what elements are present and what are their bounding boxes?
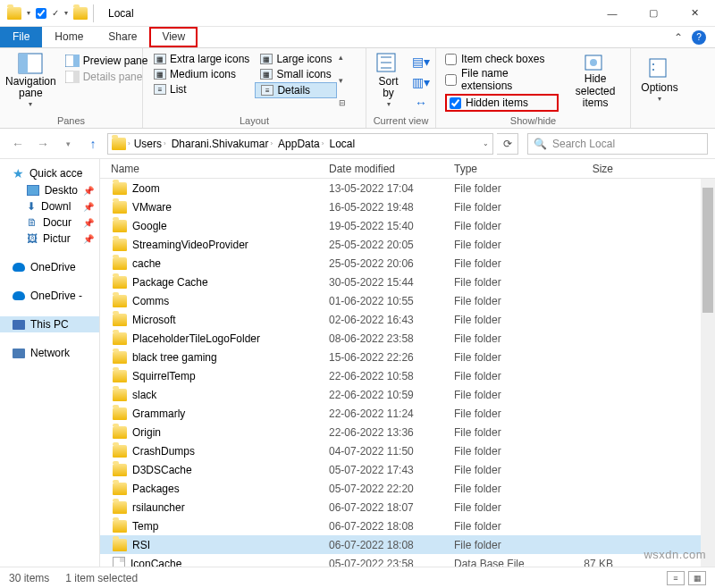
file-type: File folder (454, 295, 559, 307)
collapse-ribbon-icon[interactable]: ⌃ (674, 31, 683, 44)
scroll-thumb[interactable] (702, 188, 713, 313)
preview-pane-button[interactable]: Preview pane (62, 54, 152, 68)
folder-icon (113, 351, 127, 364)
sidebar-onedrive[interactable]: OneDrive (0, 259, 99, 275)
table-row[interactable]: PlaceholderTileLogoFolder08-06-2022 23:5… (100, 329, 715, 348)
crumb-user[interactable]: Dharani.Shivakumar› (170, 138, 274, 150)
folder-icon (113, 501, 127, 514)
file-type: File folder (454, 220, 559, 232)
breadcrumb[interactable]: › Users› Dharani.Shivakumar› AppData› Lo… (107, 133, 493, 155)
layout-details[interactable]: ≡Details (255, 82, 337, 98)
file-type: File folder (454, 314, 559, 326)
table-row[interactable]: slack22-06-2022 10:59File folder (100, 385, 715, 404)
file-name: slack (132, 389, 156, 401)
table-row[interactable]: cache25-05-2022 20:06File folder (100, 254, 715, 273)
search-box[interactable]: 🔍 Search Local (527, 133, 708, 155)
app-icon (7, 7, 21, 20)
table-row[interactable]: rsilauncher06-07-2022 18:07File folder (100, 498, 715, 517)
layout-list[interactable]: ≡List (148, 82, 255, 97)
desktop-icon (27, 185, 39, 196)
details-pane-button[interactable]: Details pane (62, 70, 152, 84)
tab-view[interactable]: View (149, 27, 198, 47)
sidebar-desktop[interactable]: Deskto📌 (0, 182, 99, 198)
file-type: File folder (454, 464, 559, 476)
table-row[interactable]: Google19-05-2022 15:40File folder (100, 216, 715, 235)
maximize-button[interactable]: ▢ (633, 0, 674, 27)
close-button[interactable]: ✕ (674, 0, 715, 27)
add-columns-button[interactable]: ▥▾ (410, 74, 432, 91)
table-row[interactable]: Zoom13-05-2022 17:04File folder (100, 179, 715, 197)
address-dropdown-icon[interactable]: ⌄ (483, 139, 489, 147)
file-name-extensions[interactable]: File name extensions (445, 67, 559, 92)
details-view-button[interactable]: ≡ (667, 571, 685, 585)
crumb-local[interactable]: Local (327, 138, 357, 150)
sidebar-network[interactable]: Network (0, 345, 99, 361)
header-name[interactable]: Name (100, 163, 329, 175)
layout-scroll-up[interactable]: ▴ (339, 54, 346, 62)
layout-extra-large[interactable]: ▦Extra large icons (148, 52, 255, 66)
recent-locations[interactable]: ▾ (57, 133, 79, 155)
sidebar-this-pc[interactable]: This PC (0, 316, 99, 332)
forward-button[interactable]: → (32, 133, 54, 155)
table-row[interactable]: Origin22-06-2022 13:36File folder (100, 423, 715, 441)
header-type[interactable]: Type (454, 163, 559, 175)
group-by-button[interactable]: ▤▾ (410, 54, 432, 71)
tab-share[interactable]: Share (96, 27, 149, 47)
refresh-button[interactable]: ⟳ (497, 133, 518, 155)
minimize-button[interactable]: — (592, 0, 633, 27)
sort-by-button[interactable]: Sort by ▾ (370, 50, 407, 111)
file-date: 06-07-2022 18:08 (329, 520, 454, 533)
table-row[interactable]: Package Cache30-05-2022 15:44File folder (100, 273, 715, 291)
sidebar-onedrive-2[interactable]: OneDrive - (0, 288, 99, 304)
layout-expand[interactable]: ⊟ (339, 99, 346, 107)
sm-icon: ▦ (260, 69, 273, 80)
folder-icon (113, 314, 127, 326)
file-type: Data Base File (454, 558, 559, 567)
table-row[interactable]: RSI06-07-2022 18:08File folder (100, 535, 715, 554)
up-button[interactable]: ↑ (82, 133, 104, 155)
table-row[interactable]: CrashDumps04-07-2022 11:50File folder (100, 441, 715, 460)
table-row[interactable]: Microsoft02-06-2022 16:43File folder (100, 310, 715, 329)
file-type: File folder (454, 483, 559, 495)
thumbnails-view-button[interactable]: ▦ (688, 571, 706, 585)
sidebar-downloads[interactable]: ⬇Downl📌 (0, 198, 99, 214)
help-icon[interactable]: ? (692, 30, 706, 45)
crumb-appdata[interactable]: AppData› (276, 138, 325, 150)
layout-small[interactable]: ▦Small icons (255, 67, 337, 81)
layout-large[interactable]: ▦Large icons (255, 52, 337, 66)
table-row[interactable]: VMware16-05-2022 19:48File folder (100, 197, 715, 216)
item-check-boxes[interactable]: Item check boxes (445, 53, 559, 65)
layout-scroll-down[interactable]: ▾ (339, 77, 346, 85)
qat-dropdown2-icon[interactable]: ▾ (64, 9, 68, 17)
table-row[interactable]: black tree gaming15-06-2022 22:26File fo… (100, 348, 715, 366)
layout-medium[interactable]: ▦Medium icons (148, 67, 255, 81)
sidebar-documents[interactable]: 🗎Docur📌 (0, 214, 99, 231)
sidebar-pictures[interactable]: 🖼Pictur📌 (0, 231, 99, 247)
hide-selected-button[interactable]: Hide selected items (564, 50, 627, 111)
preview-pane-icon (65, 55, 80, 67)
back-button[interactable]: ← (7, 133, 29, 155)
tab-home[interactable]: Home (42, 27, 96, 47)
header-size[interactable]: Size (559, 163, 622, 175)
table-row[interactable]: Temp06-07-2022 18:08File folder (100, 517, 715, 535)
pc-icon (13, 320, 25, 330)
qat-dropdown-icon[interactable]: ▾ (27, 9, 30, 17)
table-row[interactable]: IconCache05-07-2022 23:58Data Base File8… (100, 554, 715, 567)
tab-file[interactable]: File (0, 27, 42, 47)
table-row[interactable]: Comms01-06-2022 10:55File folder (100, 291, 715, 310)
file-name: Grammarly (132, 407, 185, 420)
options-button[interactable]: Options ▾ (635, 50, 685, 111)
qat-checkbox[interactable] (36, 8, 46, 19)
scrollbar[interactable] (701, 179, 715, 567)
sidebar-quick-access[interactable]: ★Quick acce (0, 164, 99, 182)
table-row[interactable]: D3DSCache05-07-2022 17:43File folder (100, 460, 715, 479)
table-row[interactable]: Packages05-07-2022 22:20File folder (100, 479, 715, 498)
hidden-items[interactable]: Hidden items (445, 94, 559, 112)
header-date[interactable]: Date modified (329, 163, 454, 175)
table-row[interactable]: SquirrelTemp22-06-2022 10:58File folder (100, 366, 715, 385)
table-row[interactable]: Grammarly22-06-2022 11:24File folder (100, 404, 715, 423)
table-row[interactable]: StreamingVideoProvider25-05-2022 20:05Fi… (100, 235, 715, 254)
crumb-users[interactable]: Users› (132, 138, 168, 150)
size-columns-button[interactable]: ↔ (410, 94, 432, 111)
navigation-pane-button[interactable]: Navigation pane ▾ (4, 50, 58, 111)
